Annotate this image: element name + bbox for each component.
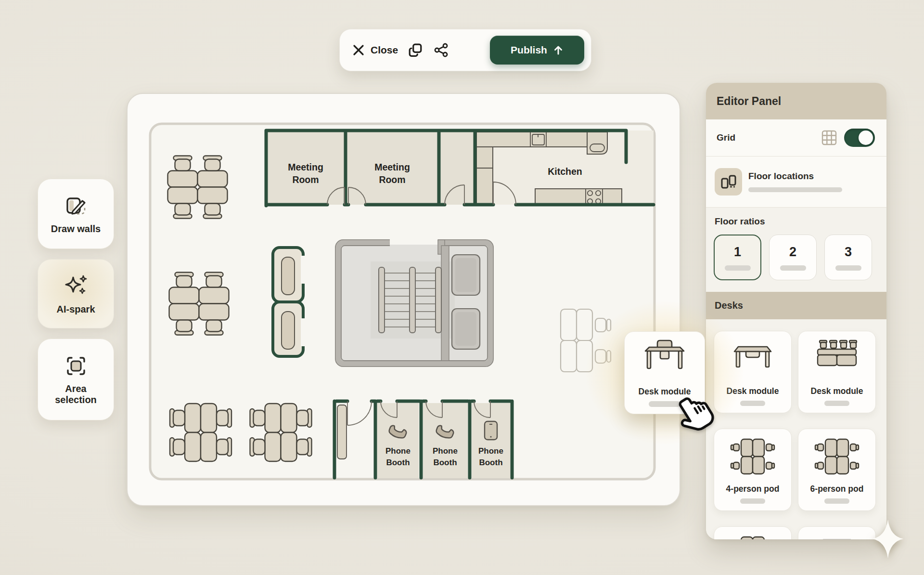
- floor-locations-placeholder: [748, 187, 842, 192]
- floorplan-drawing: Meeting Room Meeting Room Kitchen Phone …: [128, 94, 680, 505]
- hand-cursor-icon: [677, 394, 719, 440]
- ratio-placeholder: [835, 265, 861, 271]
- ratio-placeholder: [725, 265, 751, 271]
- svg-text:Booth: Booth: [433, 458, 457, 467]
- card-partial-2[interactable]: [798, 526, 876, 539]
- pod-icon: [714, 534, 791, 539]
- desk-chair-icon: [625, 338, 705, 376]
- floor-ratio-2[interactable]: 2: [769, 235, 817, 280]
- share-button[interactable]: [433, 41, 450, 59]
- svg-text:Phone: Phone: [478, 446, 503, 456]
- publish-label: Publish: [511, 44, 547, 56]
- svg-text:Room: Room: [292, 174, 319, 185]
- desk-front-icon: [714, 338, 791, 373]
- card-desk-module-1[interactable]: Desk module: [714, 331, 792, 413]
- grid-icon: [821, 130, 837, 146]
- wall-cabinet[interactable]: [337, 405, 346, 459]
- copy-icon: [408, 43, 423, 57]
- svg-text:Phone: Phone: [433, 446, 458, 456]
- grid-toggle[interactable]: [844, 129, 875, 147]
- pod-icon: [798, 436, 875, 477]
- desks-header-label: Desks: [715, 300, 743, 311]
- card-placeholder: [824, 498, 849, 504]
- floor-ratios-label: Floor ratios: [715, 216, 765, 227]
- floor-stack-icon: [715, 168, 742, 196]
- svg-text:Phone: Phone: [385, 446, 411, 456]
- tool-label: Draw walls: [51, 223, 101, 235]
- stair-elevator-core[interactable]: [335, 238, 493, 366]
- floor-locations-label: Floor locations: [748, 171, 814, 182]
- arrow-up-icon: [553, 45, 564, 55]
- editor-panel: Editor Panel Grid Floor locations: [706, 83, 886, 539]
- card-partial-1[interactable]: [714, 526, 792, 539]
- grid-row: Grid: [706, 119, 886, 157]
- editor-panel-header: Editor Panel: [706, 83, 886, 119]
- x-icon: [352, 44, 365, 56]
- card-placeholder: [824, 401, 849, 406]
- tool-draw-walls[interactable]: Draw walls: [38, 179, 114, 249]
- floorplan-canvas[interactable]: Meeting Room Meeting Room Kitchen Phone …: [127, 93, 680, 506]
- tool-area-selection[interactable]: Area selection: [38, 339, 114, 420]
- card-placeholder: [740, 401, 765, 406]
- svg-text:Meeting: Meeting: [288, 162, 323, 172]
- ratio-placeholder: [780, 265, 806, 271]
- pod-icon: [714, 436, 791, 477]
- svg-text:Room: Room: [379, 174, 405, 185]
- publish-button[interactable]: Publish: [490, 36, 584, 65]
- svg-text:Booth: Booth: [386, 458, 410, 467]
- sparkle-icon: [869, 518, 907, 562]
- svg-text:Meeting: Meeting: [374, 162, 410, 172]
- sparkles-icon: [62, 273, 90, 299]
- desks-card-grid: Desk module: [706, 319, 886, 539]
- close-label: Close: [371, 44, 398, 56]
- share-icon: [434, 43, 449, 57]
- card-desk-module-2[interactable]: Desk module: [798, 331, 876, 413]
- floor-ratio-3[interactable]: 3: [824, 235, 872, 280]
- pencil-square-icon: [64, 194, 89, 219]
- copy-button[interactable]: [407, 41, 424, 59]
- mobile-phone-icon: [485, 421, 497, 440]
- desks-section-header: Desks: [706, 292, 886, 319]
- tool-label: AI-spark: [56, 304, 95, 315]
- floor-locations-row[interactable]: Floor locations: [706, 157, 886, 208]
- bench-desks-icon: [798, 338, 875, 374]
- floor-ratio-1[interactable]: 1: [714, 235, 761, 280]
- card-placeholder: [740, 498, 765, 504]
- floor-plan-editor-app: Meeting Room Meeting Room Kitchen Phone …: [0, 0, 924, 575]
- desk-wide-icon: [798, 534, 875, 539]
- grid-label: Grid: [717, 132, 735, 143]
- floor-ratios-section: Floor ratios 1 2 3: [706, 208, 886, 292]
- panel-title: Editor Panel: [717, 95, 781, 108]
- room-label-kitchen: Kitchen: [548, 166, 582, 177]
- tool-label: Area selection: [44, 383, 108, 405]
- card-4-person-pod[interactable]: 4-person pod: [714, 429, 792, 511]
- card-placeholder: [649, 401, 680, 407]
- toggle-knob: [859, 131, 873, 145]
- area-select-icon: [64, 353, 89, 379]
- top-toolbar: Close Publish: [339, 29, 591, 71]
- tool-ai-spark[interactable]: AI-spark: [38, 259, 114, 328]
- close-button[interactable]: Close: [352, 44, 398, 56]
- svg-text:Booth: Booth: [479, 458, 502, 467]
- card-6-person-pod[interactable]: 6-person pod: [798, 429, 876, 511]
